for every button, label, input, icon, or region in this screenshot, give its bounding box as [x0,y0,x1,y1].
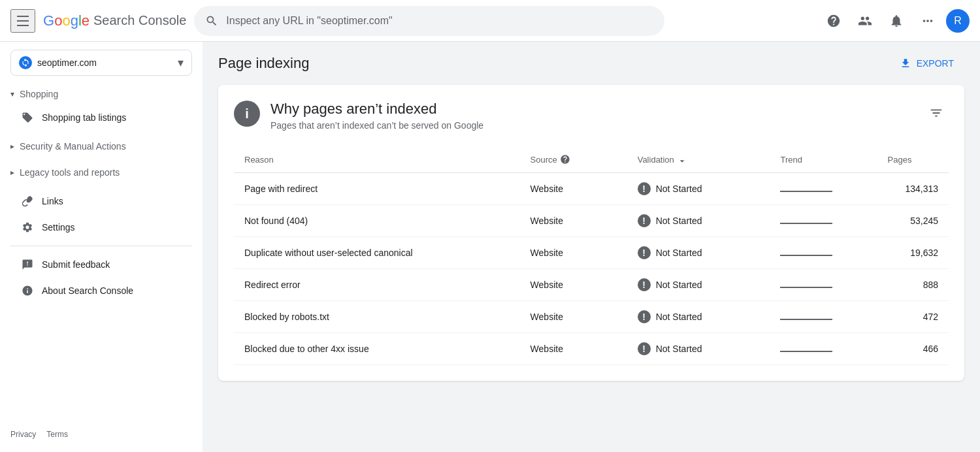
site-selector[interactable]: seoptimer.com ▾ [10,50,192,76]
logo-text: Search Console [93,13,186,28]
search-placeholder: Inspect any URL in "seoptimer.com" [226,15,392,27]
nav-section-shopping: ▾ Shopping Shopping tab listings [0,84,203,136]
card-header: i Why pages aren’t indexed Pages that ar… [234,101,949,131]
sidebar-item-security[interactable]: ▸ Security & Manual Actions [0,136,197,157]
export-button[interactable]: EXPORT [889,52,964,74]
th-reason: Reason [234,146,520,173]
not-started-icon: ! [638,246,651,259]
filter-icon[interactable] [924,101,949,129]
table-header: Reason Source Validation [234,146,949,173]
sort-down-icon[interactable] [677,154,687,165]
tag-icon [21,111,34,124]
source-cell: Website [520,269,627,301]
help-button[interactable] [821,8,847,34]
validation-cell: ! Not Started [627,173,770,205]
trend-cell [770,269,877,301]
main-content: Page indexing EXPORT i Why pages aren’t … [203,42,980,452]
sidebar-label-security: Security & Manual Actions [20,141,126,152]
bell-icon [889,14,904,28]
pages-cell: 134,313 [877,173,949,205]
reason-cell[interactable]: Blocked by robots.txt [234,301,520,333]
layout: seoptimer.com ▾ ▾ Shopping Shopping tab … [0,42,980,452]
not-started-label: Not Started [656,248,702,258]
people-button[interactable] [852,8,878,34]
nav-section-legacy: ▸ Legacy tools and reports [0,162,203,188]
sidebar-label-settings: Settings [42,222,75,233]
sidebar-item-legacy[interactable]: ▸ Legacy tools and reports [0,162,197,183]
not-started-icon: ! [638,278,651,291]
not-started-label: Not Started [656,184,702,194]
reason-cell[interactable]: Duplicate without user-selected canonica… [234,237,520,269]
sidebar-label-shopping: Shopping [20,89,58,99]
th-trend: Trend [770,146,877,173]
sidebar-item-links[interactable]: Links [0,188,197,214]
pages-cell: 19,632 [877,237,949,269]
sidebar-item-submit-feedback[interactable]: Submit feedback [0,251,197,278]
privacy-link[interactable]: Privacy [10,430,36,439]
reason-cell[interactable]: Redirect error [234,269,520,301]
th-validation: Validation [627,146,770,173]
indexing-table: Reason Source Validation [234,146,949,365]
export-label: EXPORT [917,58,954,69]
settings-icon [21,221,34,234]
menu-button[interactable] [10,9,35,33]
indexing-card: i Why pages aren’t indexed Pages that ar… [218,85,964,381]
not-started-label: Not Started [656,344,702,354]
page-header: Page indexing EXPORT [218,52,964,74]
not-started-label: Not Started [656,312,702,322]
reason-cell[interactable]: Page with redirect [234,173,520,205]
search-bar[interactable]: Inspect any URL in "seoptimer.com" [194,6,664,36]
sidebar-footer: Privacy Terms [0,422,203,447]
table-row[interactable]: Page with redirect Website ! Not Started… [234,173,949,205]
validation-cell: ! Not Started [627,301,770,333]
reason-cell[interactable]: Not found (404) [234,205,520,237]
validation-cell: ! Not Started [627,269,770,301]
table-row[interactable]: Blocked by robots.txt Website ! Not Star… [234,301,949,333]
card-subtitle: Pages that aren’t indexed can’t be serve… [270,120,913,131]
validation-cell: ! Not Started [627,205,770,237]
sidebar-item-settings[interactable]: Settings [0,214,197,240]
reason-cell[interactable]: Blocked due to other 4xx issue [234,333,520,365]
help-icon [826,14,841,28]
source-cell: Website [520,301,627,333]
trend-cell [770,205,877,237]
links-icon [21,195,34,208]
source-cell: Website [520,237,627,269]
th-pages: Pages [877,146,949,173]
trend-line [780,191,832,192]
download-icon [900,57,911,69]
apps-button[interactable] [915,8,941,34]
trend-line [780,255,832,256]
trend-line [780,223,832,224]
pages-cell: 888 [877,269,949,301]
table-row[interactable]: Blocked due to other 4xx issue Website !… [234,333,949,365]
card-title: Why pages aren’t indexed [270,101,913,118]
trend-cell [770,237,877,269]
header: Google Search Console Inspect any URL in… [0,0,980,42]
table-row[interactable]: Redirect error Website ! Not Started 888 [234,269,949,301]
table-body: Page with redirect Website ! Not Started… [234,173,949,365]
sidebar-item-shopping-tab-listings[interactable]: Shopping tab listings [0,105,197,131]
sidebar-label-shopping-tab-listings: Shopping tab listings [42,112,126,123]
source-help-icon[interactable] [560,154,570,165]
source-cell: Website [520,333,627,365]
pages-cell: 472 [877,301,949,333]
not-started-label: Not Started [656,216,702,226]
page-title: Page indexing [218,55,309,72]
chevron-right-icon: ▸ [10,142,14,151]
notifications-button[interactable] [883,8,909,34]
sidebar-item-about[interactable]: About Search Console [0,278,197,304]
trend-cell [770,301,877,333]
terms-link[interactable]: Terms [46,430,68,439]
sidebar-item-shopping[interactable]: ▾ Shopping [0,84,197,105]
people-icon [858,14,872,28]
table-row[interactable]: Not found (404) Website ! Not Started 53… [234,205,949,237]
pages-cell: 53,245 [877,205,949,237]
trend-cell [770,333,877,365]
logo: Google Search Console [43,12,186,29]
card-info-icon: i [234,101,260,127]
table-row[interactable]: Duplicate without user-selected canonica… [234,237,949,269]
header-icons: R [821,8,970,34]
trend-cell [770,173,877,205]
avatar[interactable]: R [946,9,970,33]
